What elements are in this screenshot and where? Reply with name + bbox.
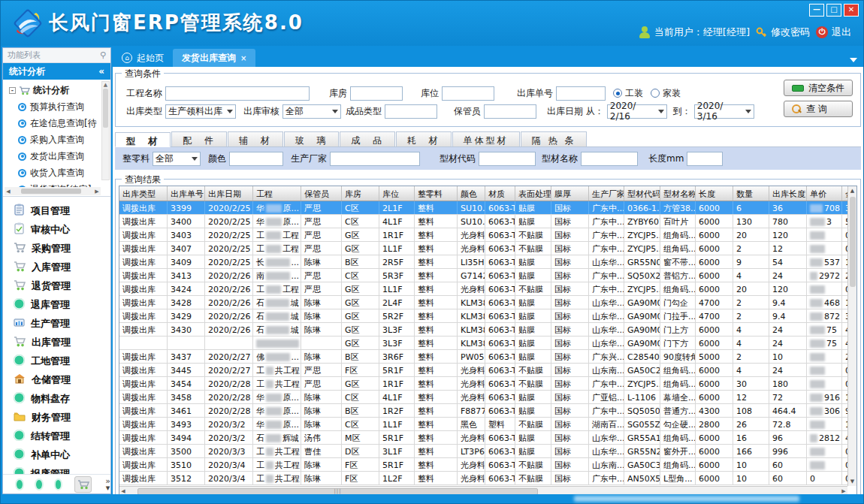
tree-expander-icon[interactable]: - (9, 87, 16, 94)
material-tab-4[interactable]: 成 品 (340, 131, 395, 146)
tree-root-statistics[interactable]: - 统计分析 (8, 83, 110, 98)
table-row[interactable]: 调拨出库34582020/2/28华原...陈琳C区4L1F整料光身料6063-… (119, 391, 847, 404)
column-header-0[interactable]: 出库类型 (119, 186, 168, 201)
column-header-1[interactable]: 出库单号 (168, 186, 205, 201)
column-header-4[interactable]: 保管员 (301, 186, 342, 201)
green-circle-icon[interactable] (56, 480, 62, 489)
tab-close-icon[interactable]: × (240, 54, 246, 62)
sidebar-item-2[interactable]: 采购管理 (3, 239, 110, 258)
maximize-button[interactable]: □ (826, 4, 841, 17)
sidebar-more-button[interactable]: »▾ (105, 478, 110, 491)
table-vertical-scrollbar[interactable]: ▲▼ (847, 186, 856, 486)
cart-shortcut-button[interactable] (74, 476, 92, 493)
logout-button[interactable]: ⏻ 退出 (816, 26, 851, 39)
date-to-select[interactable]: 2020/ 3/16 (694, 104, 754, 119)
sidebar-item-11[interactable]: 财务管理 (3, 408, 110, 427)
material-tab-2[interactable]: 辅 材 (228, 131, 283, 146)
sidebar-item-4[interactable]: 退货管理 (3, 276, 110, 295)
column-header-8[interactable]: 颜色 (458, 186, 485, 201)
material-tab-7[interactable]: 隔 热 条 (521, 131, 588, 146)
sidebar-item-8[interactable]: 工地管理 (3, 352, 110, 370)
column-header-9[interactable]: 材质 (485, 186, 515, 201)
table-row[interactable]: 调拨出库34002020/2/25华原...严思C区4L1F整料SU10...6… (119, 215, 847, 228)
warehouse-input[interactable] (350, 86, 403, 101)
column-header-10[interactable]: 表面处理 (515, 186, 551, 201)
close-button[interactable]: ✕ (844, 4, 859, 17)
column-header-2[interactable]: 出库日期 (205, 186, 253, 201)
profile-code-input[interactable] (479, 152, 536, 166)
location-input[interactable] (442, 86, 494, 101)
radio-jiazhuang[interactable] (651, 89, 660, 98)
table-row[interactable]: G区3L3F整料KLM38176063-T5贴膜国标山东华...GA90M09.… (119, 337, 847, 350)
length-input[interactable] (687, 152, 723, 166)
sidebar-item-7[interactable]: 出库管理 (3, 333, 110, 352)
tab-home[interactable]: ⌂ 起始页 (113, 49, 173, 67)
column-header-14[interactable]: 型材名称 (660, 186, 696, 201)
tree-item-0[interactable]: 预算执行查询 (8, 98, 110, 115)
audit-select[interactable]: 全部 (282, 104, 341, 119)
sidebar-item-5[interactable]: 退库管理 (3, 295, 110, 314)
material-tab-6[interactable]: 单体型材 (452, 131, 520, 146)
out-type-select[interactable]: 生产领料出库 (165, 104, 236, 119)
factory-input[interactable] (330, 152, 420, 166)
sidebar-item-9[interactable]: 仓储管理 (3, 370, 110, 389)
table-row[interactable]: 调拨出库33992020/2/25华原...严思C区2L1F整料SU10...6… (119, 201, 847, 215)
pin-icon[interactable]: ⚲ (100, 50, 106, 60)
column-header-11[interactable]: 膜厚 (551, 186, 589, 201)
collapse-icon[interactable]: « (98, 66, 104, 77)
color-input[interactable] (229, 152, 283, 166)
product-type-input[interactable] (385, 104, 437, 119)
column-header-17[interactable]: 出库长度 (769, 186, 807, 201)
column-header-7[interactable]: 整零料 (415, 186, 458, 201)
green-circle-icon[interactable] (17, 480, 23, 489)
column-header-15[interactable]: 长度 (696, 186, 733, 201)
table-row[interactable]: 调拨出库34092020/2/25长...陈琳B区2R5F整料LI35HD606… (119, 255, 847, 269)
sidebar-item-10[interactable]: 物料盘存 (3, 389, 110, 408)
sidebar-section-header[interactable]: 统计分析 « (3, 63, 110, 80)
sidebar-item-12[interactable]: 结转管理 (3, 427, 110, 445)
project-name-input[interactable] (165, 86, 310, 101)
clear-conditions-button[interactable]: 清空条件 (784, 80, 853, 96)
table-row[interactable]: 调拨出库34282020/2/26石城陈琳G区2L4F整料KLM38176063… (119, 296, 847, 309)
material-tab-5[interactable]: 耗 材 (396, 131, 452, 146)
keeper-input[interactable] (484, 104, 536, 119)
table-row[interactable]: 调拨出库34072020/2/25工工程严思G区1L1F整料光身料6063-T5… (119, 242, 847, 255)
column-header-13[interactable]: 型材代码 (624, 186, 660, 201)
table-row[interactable]: 调拨出库35122020/3/4工共工程陈琳F区1L2F整料光身料6063-T5… (119, 472, 847, 485)
tree-item-3[interactable]: 发货出库查询 (8, 148, 110, 164)
change-password-button[interactable]: 修改密码 (756, 26, 810, 39)
material-tab-0[interactable]: 型 材 (115, 132, 171, 147)
table-row[interactable]: 调拨出库35002020/3/3工共工程曹佳D区3L1F整料LT3P606063… (119, 445, 847, 458)
material-tab-1[interactable]: 配 件 (171, 131, 227, 146)
column-header-6[interactable]: 库位 (379, 186, 415, 201)
sidebar-item-0[interactable]: 项目管理 (3, 201, 110, 220)
minimize-button[interactable]: — (809, 4, 824, 17)
table-row[interactable]: 调拨出库34302020/2/26石城陈琳G区3L3F整料KLM38176063… (119, 323, 847, 337)
sidebar-item-3[interactable]: 入库管理 (3, 258, 110, 276)
sidebar-item-13[interactable]: 补单中心 (3, 445, 110, 464)
date-from-select[interactable]: 2020/ 2/16 (607, 104, 667, 119)
column-header-18[interactable]: 单价 (807, 186, 842, 201)
column-header-16[interactable]: 数量 (733, 186, 769, 201)
column-header-3[interactable]: 工程 (253, 186, 301, 201)
column-header-5[interactable]: 库房 (342, 186, 379, 201)
profile-name-input[interactable] (581, 152, 638, 166)
table-row[interactable]: 调拨出库34292020/2/26石城陈琳G区5R2F整料KLM38176063… (119, 309, 847, 323)
radio-gongzhuang[interactable] (613, 89, 622, 98)
table-row[interactable]: 调拨出库35102020/3/4工共工程陈琳F区5R1F整料光身料6063-T5… (119, 458, 847, 472)
table-row[interactable]: 调拨出库34132020/2/26南...严思C区5R3F整料G71422606… (119, 269, 847, 282)
column-header-12[interactable]: 生产厂家 (589, 186, 624, 201)
table-row[interactable]: 调拨出库34032020/2/25工工程严思G区1R1F整料光身料6063-T5… (119, 228, 847, 242)
table-row[interactable]: 调拨出库34452020/2/27工共工程严思F区5R1F整料光身料6063-T… (119, 364, 847, 377)
tree-vertical-scrollbar[interactable]: ▲ (101, 81, 110, 180)
order-no-input[interactable] (556, 86, 606, 101)
tree-item-4[interactable]: 收货入库查询 (8, 164, 110, 181)
whole-piece-select[interactable]: 全部 (153, 152, 201, 166)
table-row[interactable]: 调拨出库34932020/3/2华原...陈琳C区1L1F整料黑色塑料不贴膜国标… (119, 418, 847, 431)
sidebar-item-6[interactable]: 生产管理 (3, 314, 110, 333)
sidebar-item-14[interactable]: 报废管理 (3, 464, 110, 474)
table-row[interactable]: 调拨出库34242020/2/26工工程严思G区1L1F整料光身料6063-T5… (119, 282, 847, 296)
sidebar-item-1[interactable]: 审核中心 (3, 220, 110, 239)
tree-horizontal-scrollbar[interactable]: ◀▶ (5, 187, 101, 195)
tab-shipment-query[interactable]: 发货出库查询 × (173, 49, 255, 67)
